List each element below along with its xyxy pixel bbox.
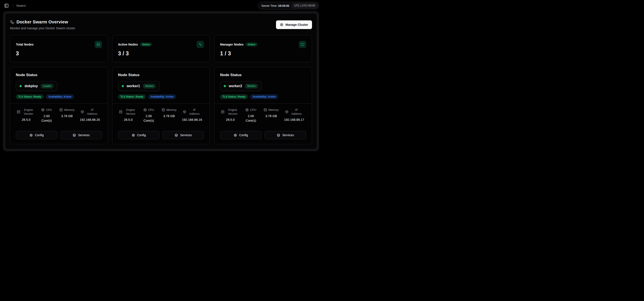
metric-value: 192.168.88.20 xyxy=(80,118,100,122)
node-metrics: Engine Version 28.5.0 CPU 2.00 Core(s) xyxy=(220,104,306,128)
node-card-title: Node Status xyxy=(220,73,306,77)
metric-label: Memory xyxy=(64,108,74,112)
database-icon xyxy=(60,108,63,111)
node-role-badge: Worker xyxy=(245,84,258,88)
server-time-text: Server Time: 10:23:51 xyxy=(261,4,289,7)
cpu-icon xyxy=(246,108,249,111)
topbar: Swarm Server Time: 10:23:51 UTC | UTC+00… xyxy=(0,0,322,11)
stat-label: Total Nodes xyxy=(16,43,34,46)
sidebar-toggle-button[interactable] xyxy=(3,2,10,9)
metric-head: CPU xyxy=(144,108,154,112)
metric-head: Memory xyxy=(264,108,278,112)
node-metrics: Engine Version 28.5.0 CPU 2.00 Core(s) xyxy=(118,104,204,128)
metric-label: Engine Version xyxy=(22,108,35,116)
metric-cpu: CPU 2.00 Core(s) xyxy=(37,108,56,127)
stat-card-total-nodes: Total Nodes 3 xyxy=(10,35,108,62)
timezone-badge: UTC | UTC+00:00 xyxy=(292,3,318,8)
metric-head: Engine Version xyxy=(221,108,239,116)
layers-icon xyxy=(73,134,76,137)
services-button[interactable]: Services xyxy=(265,131,306,139)
cpu-icon xyxy=(41,108,44,111)
node-role-badge: Worker xyxy=(143,84,156,88)
node-status-badges: TLS Status: Ready Availability: Active xyxy=(16,94,102,99)
node-status-badges: TLS Status: Ready Availability: Active xyxy=(220,94,306,99)
stats-row: Total Nodes 3 Active Nodes Online xyxy=(10,35,312,62)
config-button-label: Config xyxy=(239,133,248,137)
node-name: worker2 xyxy=(229,84,242,88)
stat-value: 1 / 3 xyxy=(220,50,306,57)
metric-engine-version: Engine Version 28.5.0 xyxy=(118,108,138,127)
server-icon xyxy=(119,110,122,113)
services-button[interactable]: Services xyxy=(162,131,204,139)
overview-subtitle: Monitor and manage your Docker Swarm clu… xyxy=(10,26,75,30)
services-button[interactable]: Services xyxy=(60,131,102,139)
metric-ip-address: IP Address 192.168.88.16 xyxy=(180,108,204,127)
content-shell: Docker Swarm Overview Monitor and manage… xyxy=(3,11,319,151)
metric-value: 28.5.0 xyxy=(124,118,132,122)
metric-head: CPU xyxy=(246,108,256,112)
services-button-label: Services xyxy=(78,133,90,137)
cpu-icon xyxy=(144,108,147,111)
metric-cpu: CPU 2.00 Core(s) xyxy=(242,108,260,127)
metric-value: 28.5.0 xyxy=(226,118,234,122)
config-button[interactable]: Config xyxy=(118,131,160,139)
stat-card-top: Manager Nodes Online xyxy=(220,41,306,48)
stat-card-manager-nodes: Manager Nodes Online 1 / 3 xyxy=(214,35,312,62)
overview-title-line: Docker Swarm Overview xyxy=(10,19,75,24)
layers-icon xyxy=(277,134,280,137)
availability-badge: Availability: Active xyxy=(148,94,176,99)
stat-label-wrap: Manager Nodes Online xyxy=(220,42,257,46)
stat-label: Active Nodes xyxy=(118,43,138,46)
metric-label: Engine Version xyxy=(124,108,137,116)
metric-head: Memory xyxy=(60,108,74,112)
online-dot-icon xyxy=(122,85,124,87)
package-icon xyxy=(285,110,288,113)
metric-value: 2.00 Core(s) xyxy=(244,114,257,123)
services-button-label: Services xyxy=(282,133,294,137)
metric-value: 28.5.0 xyxy=(22,118,30,122)
metric-label: CPU xyxy=(148,108,154,112)
online-status-badge: Online xyxy=(140,42,152,46)
gear-icon xyxy=(280,23,284,26)
metric-value: 3.78 GB xyxy=(265,114,277,118)
panel-left-icon xyxy=(4,3,9,8)
gear-icon xyxy=(234,134,237,137)
overview-header-text: Docker Swarm Overview Monitor and manage… xyxy=(10,19,75,30)
manage-cluster-button[interactable]: Manage Cluster xyxy=(276,20,312,29)
node-actions: Config Services xyxy=(16,131,102,139)
package-icon xyxy=(81,110,84,113)
metric-head: Memory xyxy=(162,108,176,112)
topbar-divider xyxy=(13,4,13,7)
overview-title: Docker Swarm Overview xyxy=(16,19,68,24)
metric-value: 192.168.88.16 xyxy=(182,118,202,122)
server-icon xyxy=(94,41,102,48)
metric-head: IP Address xyxy=(81,108,99,116)
stat-label: Manager Nodes xyxy=(220,43,244,46)
node-role-badge: Leader xyxy=(40,84,54,88)
layers-icon xyxy=(175,134,178,137)
nodes-row: Node Status dokploy Leader TLS Status: R… xyxy=(10,67,312,144)
server-time-pill: Server Time: 10:23:51 UTC | UTC+00:00 xyxy=(258,2,319,9)
node-status-badges: TLS Status: Ready Availability: Active xyxy=(118,94,204,99)
metric-value: 3.78 GB xyxy=(61,114,73,118)
metric-label: IP Address xyxy=(290,108,303,116)
metric-head: IP Address xyxy=(183,108,201,116)
database-icon xyxy=(162,108,165,111)
config-button[interactable]: Config xyxy=(16,131,57,139)
metric-label: IP Address xyxy=(188,108,201,116)
node-card-worker1: Node Status worker1 Worker TLS Status: R… xyxy=(112,67,210,144)
node-card-worker2: Node Status worker2 Worker TLS Status: R… xyxy=(214,67,312,144)
node-actions: Config Services xyxy=(220,131,306,139)
online-dot-icon xyxy=(20,85,22,87)
config-button[interactable]: Config xyxy=(220,131,262,139)
tls-status-badge: TLS Status: Ready xyxy=(118,94,146,99)
tls-status-badge: TLS Status: Ready xyxy=(16,94,44,99)
stat-label-wrap: Active Nodes Online xyxy=(118,42,152,46)
stat-value: 3 / 3 xyxy=(118,50,204,57)
gear-icon xyxy=(132,134,135,137)
config-button-label: Config xyxy=(137,133,146,137)
tls-status-badge: TLS Status: Ready xyxy=(220,94,248,99)
metric-value: 192.168.88.17 xyxy=(284,118,304,122)
metric-memory: Memory 3.78 GB xyxy=(57,108,77,127)
metric-value: 3.78 GB xyxy=(164,114,175,118)
